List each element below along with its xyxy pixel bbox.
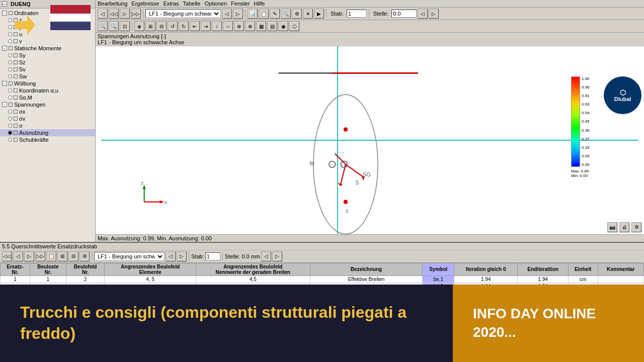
- toolbar-btn-6[interactable]: 📋: [259, 9, 269, 19]
- toolbar-prev[interactable]: ◁: [222, 9, 232, 19]
- toolbar-btn-3[interactable]: ▷: [120, 9, 130, 19]
- tb2-btn3[interactable]: ⊟: [156, 21, 167, 31]
- bp-btn4[interactable]: ▷▷: [35, 251, 45, 261]
- toolbar-nav-left[interactable]: ◁: [418, 9, 428, 19]
- schubkrafte-radio[interactable]: [8, 138, 12, 142]
- sidebar-item-ausnutzung[interactable]: Ausnutzung: [0, 129, 95, 136]
- toolbar-btn-7[interactable]: ✎: [270, 9, 280, 19]
- canvas-icon-2[interactable]: 🖨: [619, 222, 629, 232]
- status-bar: Max. Ausnutzung: 0.99, Min. Ausnutzung: …: [96, 234, 644, 242]
- bp-sep1: [92, 252, 92, 261]
- sidebar-item-v[interactable]: v: [0, 38, 95, 45]
- bp-btn6[interactable]: ⊞: [57, 251, 67, 261]
- canvas-icon-3[interactable]: ⚙: [631, 222, 641, 232]
- sidebar-item-schubkrafte[interactable]: Schubkräfte: [0, 136, 95, 143]
- u-radio[interactable]: [8, 32, 12, 36]
- statische-expand[interactable]: -: [2, 46, 7, 51]
- sigmax-radio[interactable]: [8, 110, 12, 114]
- bp-btn2[interactable]: ◁: [13, 251, 23, 261]
- sidebar-item-sw[interactable]: Sw: [0, 73, 95, 80]
- bp-btn1[interactable]: ◁◁: [2, 251, 12, 261]
- toolbar-btn-1[interactable]: ◁: [98, 9, 108, 19]
- koordinaten-radio[interactable]: [8, 88, 12, 93]
- sigma-radio[interactable]: [8, 124, 12, 128]
- tb2-btn15[interactable]: ⬡: [289, 21, 299, 31]
- sv-radio[interactable]: [8, 67, 12, 71]
- menu-tabelle[interactable]: Tabelle: [183, 1, 201, 7]
- toolbar-btn-5[interactable]: 📊: [248, 9, 258, 19]
- sidebar-item-sv[interactable]: Sv: [0, 66, 95, 73]
- sidebar-item-spannungen[interactable]: - Spannungen: [0, 101, 95, 108]
- bp-stab-input[interactable]: [205, 252, 220, 260]
- bp-btn5[interactable]: 📋: [46, 251, 56, 261]
- toolbar-btn-10[interactable]: ✕: [303, 9, 313, 19]
- sidebar-item-koordinaten[interactable]: Koordinaten α,u: [0, 87, 95, 94]
- menu-hilfe[interactable]: Hilfe: [254, 1, 265, 7]
- canvas-icon-1[interactable]: 📷: [607, 222, 617, 232]
- tb2-btn6[interactable]: ⇤: [190, 21, 200, 31]
- lf-dropdown[interactable]: LF1 - Biegung um schwach: [145, 9, 221, 18]
- menu-fenster[interactable]: Fenster: [231, 1, 250, 7]
- sidebar-item-wolbung[interactable]: - Wölbung: [0, 80, 95, 87]
- sidebar-item-u[interactable]: u: [0, 31, 95, 38]
- tb2-btn9[interactable]: ↔: [223, 21, 233, 31]
- toolbar-next[interactable]: ▷: [233, 9, 243, 19]
- sw-radio[interactable]: [8, 74, 12, 78]
- sz-radio[interactable]: [8, 60, 12, 64]
- tb2-zoom-in[interactable]: 🔍: [98, 21, 108, 31]
- tb2-fit[interactable]: ⊡: [120, 21, 130, 31]
- v-radio[interactable]: [8, 39, 12, 43]
- tb2-btn7[interactable]: ⇥: [201, 21, 211, 31]
- sy-radio[interactable]: [8, 53, 12, 57]
- drawing-canvas[interactable]: SG S z M y z ⬡ Dlubal: [96, 46, 644, 234]
- tb2-btn1[interactable]: ◈: [134, 21, 144, 31]
- sidebar-item-sam[interactable]: Sα,M: [0, 94, 95, 101]
- ordinaten-expand[interactable]: -: [2, 11, 7, 16]
- sigmav-radio[interactable]: [8, 117, 12, 121]
- tb2-btn11[interactable]: ⊗: [245, 21, 255, 31]
- tb2-btn14[interactable]: ◉: [278, 21, 288, 31]
- tb2-zoom-out[interactable]: 🔍: [109, 21, 119, 31]
- z-radio[interactable]: [8, 18, 12, 22]
- stelle-input[interactable]: [391, 10, 417, 18]
- sidebar-item-statische[interactable]: - Statische Momente: [0, 45, 95, 52]
- bp-btn7[interactable]: ⊟: [68, 251, 78, 261]
- bp-nav-right[interactable]: ▷: [177, 251, 187, 261]
- bp-stelle-nav-left[interactable]: ◁: [261, 251, 271, 261]
- toolbar-btn-8[interactable]: 🔍: [281, 9, 291, 19]
- toolbar-btn-11[interactable]: ▶: [314, 9, 324, 19]
- tb2-btn12[interactable]: ▦: [256, 21, 266, 31]
- bp-nav-left[interactable]: ◁: [166, 251, 176, 261]
- bp-stelle-nav-right[interactable]: ▷: [272, 251, 282, 261]
- menu-ergebnisse[interactable]: Ergebnisse: [131, 1, 159, 7]
- bp-btn8[interactable]: ⚙: [79, 251, 90, 261]
- tb2-btn8[interactable]: ↕: [212, 21, 222, 31]
- expand-icon[interactable]: ─: [2, 2, 7, 7]
- sam-radio[interactable]: [8, 96, 12, 100]
- toolbar-btn-4[interactable]: ▷▷: [131, 9, 141, 19]
- y-radio[interactable]: [8, 25, 12, 29]
- tb2-btn4[interactable]: ↺: [168, 21, 178, 31]
- menu-bearbeitung[interactable]: Bearbeitung: [98, 1, 127, 7]
- ausnutzung-radio[interactable]: [8, 131, 12, 135]
- bp-lf-dropdown[interactable]: LF1 - Biegung um schw: [94, 252, 165, 261]
- tb2-btn5[interactable]: ↻: [179, 21, 189, 31]
- spannungen-expand[interactable]: -: [2, 102, 7, 107]
- stab-input[interactable]: [347, 10, 367, 18]
- sidebar-item-sigma[interactable]: σ: [0, 122, 95, 129]
- menu-extras[interactable]: Extras: [163, 1, 179, 7]
- bp-btn3[interactable]: ▷: [24, 251, 34, 261]
- toolbar-nav-right[interactable]: ▷: [429, 9, 439, 19]
- toolbar-btn-9[interactable]: ⚙: [292, 9, 302, 19]
- sidebar-item-sz[interactable]: Sz: [0, 59, 95, 66]
- tb2-btn13[interactable]: ▤: [267, 21, 277, 31]
- sidebar-item-sy[interactable]: Sy: [0, 52, 95, 59]
- bottom-panel-title: 5.5 Querschnittswerte Ersatzdruckstab: [0, 243, 644, 250]
- menu-optionen[interactable]: Optionen: [204, 1, 227, 7]
- tb2-btn10[interactable]: ⊕: [234, 21, 244, 31]
- sidebar-item-sigmax[interactable]: σx: [0, 108, 95, 115]
- sidebar-item-sigmav[interactable]: σv: [0, 115, 95, 122]
- tb2-btn2[interactable]: ⊞: [145, 21, 155, 31]
- toolbar-btn-2[interactable]: ◁◁: [109, 9, 119, 19]
- wolbung-expand[interactable]: -: [2, 81, 7, 86]
